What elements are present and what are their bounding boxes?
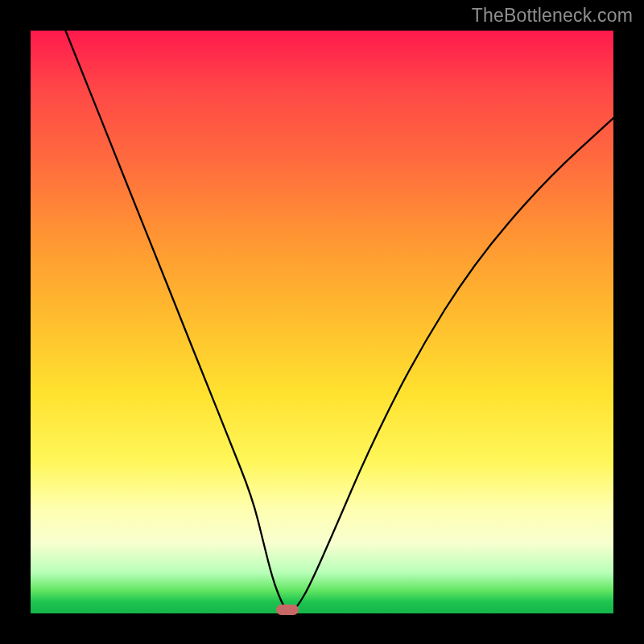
- optimal-marker: [276, 605, 299, 615]
- plot-area: [31, 31, 613, 613]
- bottleneck-curve: [31, 31, 613, 613]
- watermark-text: TheBottleneck.com: [472, 5, 633, 27]
- chart-frame: TheBottleneck.com: [0, 0, 644, 644]
